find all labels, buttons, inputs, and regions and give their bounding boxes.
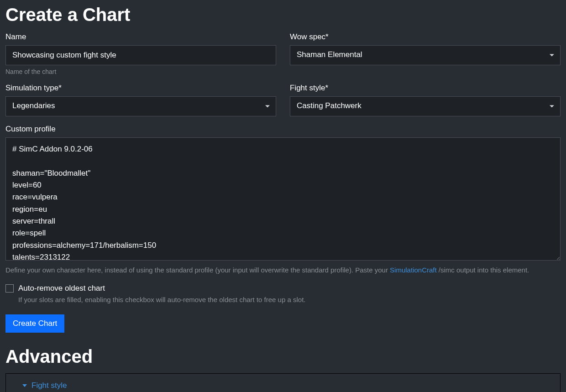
wow-spec-label: Wow spec*	[290, 32, 561, 42]
simulation-type-label: Simulation type*	[5, 84, 276, 93]
page-title: Create a Chart	[5, 5, 561, 25]
custom-profile-helper: Define your own character here, instead …	[5, 266, 561, 274]
fight-style-select[interactable]: Casting Patchwerk	[290, 96, 561, 116]
advanced-title: Advanced	[5, 346, 561, 367]
advanced-accordion: Fight style	[5, 373, 561, 392]
name-helper: Name of the chart	[5, 68, 276, 75]
custom-profile-label: Custom profile	[5, 125, 561, 134]
name-input[interactable]	[5, 45, 276, 65]
simulation-type-select[interactable]: Legendaries	[5, 96, 276, 116]
wow-spec-select[interactable]: Shaman Elemental	[290, 45, 561, 65]
fight-style-label: Fight style*	[290, 84, 561, 93]
auto-remove-helper: If your slots are filled, enabling this …	[18, 296, 561, 303]
auto-remove-checkbox[interactable]	[5, 284, 14, 293]
custom-profile-textarea[interactable]	[5, 137, 561, 261]
helper-text-after: /simc output into this element.	[437, 266, 529, 274]
name-label: Name	[5, 32, 276, 42]
auto-remove-label[interactable]: Auto-remove oldest chart	[18, 284, 105, 293]
create-chart-button[interactable]: Create Chart	[5, 314, 64, 333]
helper-text-before: Define your own character here, instead …	[5, 266, 390, 274]
accordion-item-fight-style[interactable]: Fight style	[6, 374, 560, 392]
chevron-down-icon	[22, 384, 27, 387]
simulationcraft-link[interactable]: SimulationCraft	[390, 266, 437, 274]
accordion-item-label: Fight style	[31, 381, 67, 390]
